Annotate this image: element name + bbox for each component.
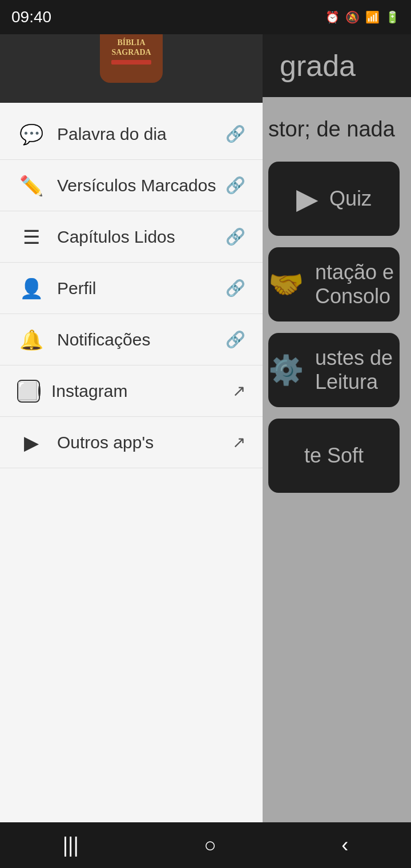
drawer-menu: 💬 Palavra do dia 🔗 ✏️ Versículos Marcado…: [0, 103, 263, 834]
outros-icon: ▶: [17, 431, 46, 454]
notificacoes-icon: 🔔: [17, 328, 46, 351]
capitulos-label: Capítulos Lidos: [57, 227, 225, 247]
status-bar: 09:40 ⏰ 🔕 📶 🔋: [0, 0, 411, 34]
status-icons: ⏰ 🔕 📶 🔋: [325, 10, 400, 24]
menu-item-outros[interactable]: ▶ Outros app's ↗: [0, 417, 263, 468]
outros-label: Outros app's: [57, 433, 232, 452]
outros-arrow: ↗: [232, 433, 245, 452]
menu-item-notificacoes[interactable]: 🔔 Notificações 🔗: [0, 314, 263, 365]
alarm-icon: ⏰: [325, 10, 340, 24]
palavra-dia-icon: 💬: [17, 123, 46, 146]
status-time: 09:40: [11, 8, 51, 26]
notificacoes-label: Notificações: [57, 330, 225, 349]
app-icon-title-line1: BÍBLIA: [117, 38, 145, 48]
wifi-icon: 📶: [365, 10, 380, 24]
nav-drawer: BÍBLIA SAGRADA 💬 Palavra do dia 🔗 ✏️ Ver…: [0, 0, 263, 834]
palavra-dia-label: Palavra do dia: [57, 124, 225, 144]
versiculos-label: Versículos Marcados: [57, 176, 225, 195]
instagram-label: Instagram: [51, 381, 232, 401]
capitulos-arrow: 🔗: [225, 227, 245, 246]
menu-item-capitulos[interactable]: ☰ Capítulos Lidos 🔗: [0, 211, 263, 263]
capitulos-icon: ☰: [17, 226, 46, 248]
versiculos-arrow: 🔗: [225, 176, 245, 195]
menu-item-instagram[interactable]: ⬜ Instagram ↗: [0, 365, 263, 417]
versiculos-icon: ✏️: [17, 174, 46, 197]
instagram-icon: ⬜: [17, 380, 40, 403]
menu-item-palavra-dia[interactable]: 💬 Palavra do dia 🔗: [0, 108, 263, 160]
perfil-arrow: 🔗: [225, 279, 245, 298]
instagram-arrow: ↗: [232, 381, 245, 400]
nav-back-button[interactable]: ‹: [341, 833, 348, 857]
bottom-nav: ||| ○ ‹: [0, 822, 411, 868]
app-icon-book: [111, 60, 151, 65]
nav-home-button[interactable]: ○: [204, 833, 216, 857]
nav-recent-button[interactable]: |||: [63, 833, 79, 857]
app-icon-title-line2: SAGRADA: [111, 48, 151, 58]
perfil-icon: 👤: [17, 277, 46, 300]
battery-icon: 🔋: [385, 10, 400, 24]
menu-item-perfil[interactable]: 👤 Perfil 🔗: [0, 263, 263, 314]
mute-icon: 🔕: [345, 10, 360, 24]
notificacoes-arrow: 🔗: [225, 330, 245, 349]
palavra-dia-arrow: 🔗: [225, 124, 245, 143]
menu-item-versiculos[interactable]: ✏️ Versículos Marcados 🔗: [0, 160, 263, 211]
perfil-label: Perfil: [57, 279, 225, 298]
